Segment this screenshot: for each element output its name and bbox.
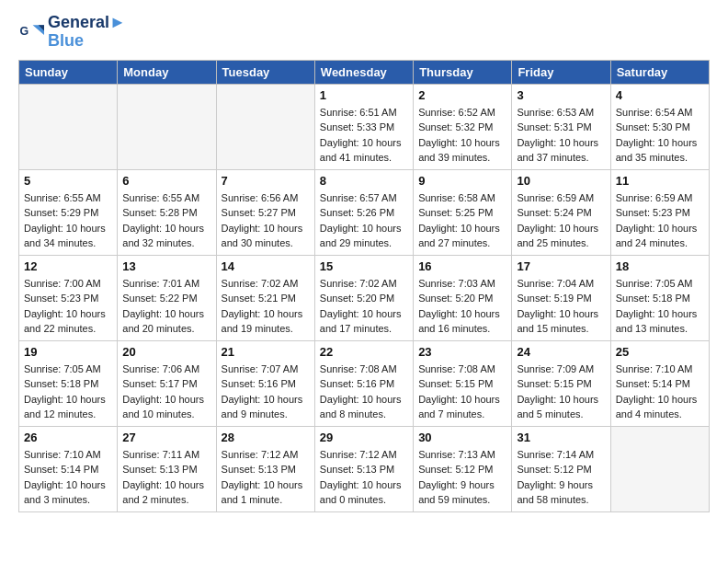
- day-number: 3: [517, 88, 605, 102]
- calendar-cell: 20Sunrise: 7:06 AM Sunset: 5:17 PM Dayli…: [118, 340, 216, 426]
- day-info: Sunrise: 6:55 AM Sunset: 5:29 PM Dayligh…: [24, 190, 112, 251]
- day-number: 29: [320, 431, 408, 444]
- day-info: Sunrise: 7:05 AM Sunset: 5:18 PM Dayligh…: [24, 362, 112, 422]
- header: G General► Blue: [18, 14, 710, 51]
- header-day: Saturday: [610, 60, 709, 84]
- day-number: 5: [24, 174, 112, 188]
- calendar-cell: 18Sunrise: 7:05 AM Sunset: 5:18 PM Dayli…: [610, 255, 709, 340]
- header-day: Friday: [512, 60, 610, 84]
- day-number: 21: [222, 345, 310, 359]
- day-info: Sunrise: 6:55 AM Sunset: 5:28 PM Dayligh…: [122, 190, 210, 251]
- day-number: 26: [24, 431, 112, 444]
- day-number: 28: [222, 431, 310, 444]
- day-number: 2: [418, 88, 506, 102]
- day-number: 12: [24, 259, 112, 273]
- calendar-cell: [19, 84, 118, 169]
- day-info: Sunrise: 7:02 AM Sunset: 5:20 PM Dayligh…: [320, 276, 408, 337]
- day-number: 4: [616, 88, 704, 102]
- day-number: 25: [616, 345, 704, 359]
- calendar-cell: 16Sunrise: 7:03 AM Sunset: 5:20 PM Dayli…: [414, 255, 512, 340]
- calendar-cell: 17Sunrise: 7:04 AM Sunset: 5:19 PM Dayli…: [512, 255, 610, 340]
- day-info: Sunrise: 7:12 AM Sunset: 5:13 PM Dayligh…: [320, 447, 408, 508]
- calendar-cell: 2Sunrise: 6:52 AM Sunset: 5:32 PM Daylig…: [414, 84, 512, 169]
- day-info: Sunrise: 7:01 AM Sunset: 5:22 PM Dayligh…: [122, 276, 210, 337]
- day-number: 10: [517, 174, 605, 188]
- day-number: 8: [320, 174, 408, 188]
- day-number: 30: [418, 431, 506, 444]
- day-info: Sunrise: 6:56 AM Sunset: 5:27 PM Dayligh…: [222, 190, 310, 251]
- week-row: 26Sunrise: 7:10 AM Sunset: 5:14 PM Dayli…: [19, 426, 710, 511]
- day-info: Sunrise: 6:57 AM Sunset: 5:26 PM Dayligh…: [320, 190, 408, 251]
- calendar-cell: 31Sunrise: 7:14 AM Sunset: 5:12 PM Dayli…: [512, 426, 610, 511]
- header-day: Sunday: [19, 60, 118, 84]
- day-info: Sunrise: 7:02 AM Sunset: 5:21 PM Dayligh…: [222, 276, 310, 337]
- day-number: 31: [517, 431, 605, 444]
- week-row: 12Sunrise: 7:00 AM Sunset: 5:23 PM Dayli…: [19, 255, 710, 340]
- calendar-cell: 24Sunrise: 7:09 AM Sunset: 5:15 PM Dayli…: [512, 340, 610, 426]
- calendar-cell: 22Sunrise: 7:08 AM Sunset: 5:16 PM Dayli…: [314, 340, 413, 426]
- logo-icon: G: [18, 19, 44, 45]
- day-number: 22: [320, 345, 408, 359]
- header-day: Wednesday: [314, 60, 413, 84]
- day-number: 9: [418, 174, 506, 188]
- day-info: Sunrise: 7:07 AM Sunset: 5:16 PM Dayligh…: [222, 362, 310, 422]
- day-number: 20: [122, 345, 210, 359]
- calendar-cell: 29Sunrise: 7:12 AM Sunset: 5:13 PM Dayli…: [314, 426, 413, 511]
- calendar-table: SundayMondayTuesdayWednesdayThursdayFrid…: [18, 60, 710, 512]
- calendar-cell: 23Sunrise: 7:08 AM Sunset: 5:15 PM Dayli…: [414, 340, 512, 426]
- calendar-cell: 14Sunrise: 7:02 AM Sunset: 5:21 PM Dayli…: [216, 255, 314, 340]
- calendar-cell: 8Sunrise: 6:57 AM Sunset: 5:26 PM Daylig…: [314, 169, 413, 255]
- day-info: Sunrise: 6:54 AM Sunset: 5:30 PM Dayligh…: [616, 105, 704, 166]
- week-row: 19Sunrise: 7:05 AM Sunset: 5:18 PM Dayli…: [19, 340, 710, 426]
- day-info: Sunrise: 7:05 AM Sunset: 5:18 PM Dayligh…: [616, 276, 704, 337]
- calendar-cell: [216, 84, 314, 169]
- calendar-cell: 15Sunrise: 7:02 AM Sunset: 5:20 PM Dayli…: [314, 255, 413, 340]
- day-number: 15: [320, 259, 408, 273]
- day-number: 17: [517, 259, 605, 273]
- calendar-cell: 27Sunrise: 7:11 AM Sunset: 5:13 PM Dayli…: [118, 426, 216, 511]
- calendar-cell: 30Sunrise: 7:13 AM Sunset: 5:12 PM Dayli…: [414, 426, 512, 511]
- calendar-cell: 25Sunrise: 7:10 AM Sunset: 5:14 PM Dayli…: [610, 340, 709, 426]
- header-row: SundayMondayTuesdayWednesdayThursdayFrid…: [19, 60, 710, 84]
- day-number: 13: [122, 259, 210, 273]
- day-info: Sunrise: 6:58 AM Sunset: 5:25 PM Dayligh…: [418, 190, 506, 251]
- logo-text: General► Blue: [48, 14, 126, 51]
- day-number: 16: [418, 259, 506, 273]
- day-number: 11: [616, 174, 704, 188]
- logo: G General► Blue: [18, 14, 126, 51]
- day-info: Sunrise: 7:12 AM Sunset: 5:13 PM Dayligh…: [222, 447, 310, 508]
- day-number: 24: [517, 345, 605, 359]
- day-number: 19: [24, 345, 112, 359]
- week-row: 5Sunrise: 6:55 AM Sunset: 5:29 PM Daylig…: [19, 169, 710, 255]
- calendar-cell: 1Sunrise: 6:51 AM Sunset: 5:33 PM Daylig…: [314, 84, 413, 169]
- calendar-cell: [118, 84, 216, 169]
- day-info: Sunrise: 6:59 AM Sunset: 5:24 PM Dayligh…: [517, 190, 605, 251]
- calendar-cell: 26Sunrise: 7:10 AM Sunset: 5:14 PM Dayli…: [19, 426, 118, 511]
- day-number: 18: [616, 259, 704, 273]
- day-info: Sunrise: 6:53 AM Sunset: 5:31 PM Dayligh…: [517, 105, 605, 166]
- day-number: 14: [222, 259, 310, 273]
- day-info: Sunrise: 7:10 AM Sunset: 5:14 PM Dayligh…: [24, 447, 112, 508]
- day-info: Sunrise: 7:08 AM Sunset: 5:16 PM Dayligh…: [320, 362, 408, 422]
- calendar-cell: [610, 426, 709, 511]
- calendar-cell: 19Sunrise: 7:05 AM Sunset: 5:18 PM Dayli…: [19, 340, 118, 426]
- day-info: Sunrise: 7:09 AM Sunset: 5:15 PM Dayligh…: [517, 362, 605, 422]
- day-info: Sunrise: 6:59 AM Sunset: 5:23 PM Dayligh…: [616, 190, 704, 251]
- calendar-cell: 6Sunrise: 6:55 AM Sunset: 5:28 PM Daylig…: [118, 169, 216, 255]
- day-info: Sunrise: 7:11 AM Sunset: 5:13 PM Dayligh…: [122, 447, 210, 508]
- calendar-cell: 28Sunrise: 7:12 AM Sunset: 5:13 PM Dayli…: [216, 426, 314, 511]
- day-info: Sunrise: 6:51 AM Sunset: 5:33 PM Dayligh…: [320, 105, 408, 166]
- day-info: Sunrise: 7:08 AM Sunset: 5:15 PM Dayligh…: [418, 362, 506, 422]
- calendar-cell: 11Sunrise: 6:59 AM Sunset: 5:23 PM Dayli…: [610, 169, 709, 255]
- day-number: 6: [122, 174, 210, 188]
- day-info: Sunrise: 7:13 AM Sunset: 5:12 PM Dayligh…: [418, 447, 506, 508]
- day-info: Sunrise: 6:52 AM Sunset: 5:32 PM Dayligh…: [418, 105, 506, 166]
- day-number: 27: [122, 431, 210, 444]
- day-info: Sunrise: 7:04 AM Sunset: 5:19 PM Dayligh…: [517, 276, 605, 337]
- day-number: 7: [222, 174, 310, 188]
- calendar-cell: 5Sunrise: 6:55 AM Sunset: 5:29 PM Daylig…: [19, 169, 118, 255]
- week-row: 1Sunrise: 6:51 AM Sunset: 5:33 PM Daylig…: [19, 84, 710, 169]
- calendar-cell: 7Sunrise: 6:56 AM Sunset: 5:27 PM Daylig…: [216, 169, 314, 255]
- header-day: Tuesday: [216, 60, 314, 84]
- day-info: Sunrise: 7:14 AM Sunset: 5:12 PM Dayligh…: [517, 447, 605, 508]
